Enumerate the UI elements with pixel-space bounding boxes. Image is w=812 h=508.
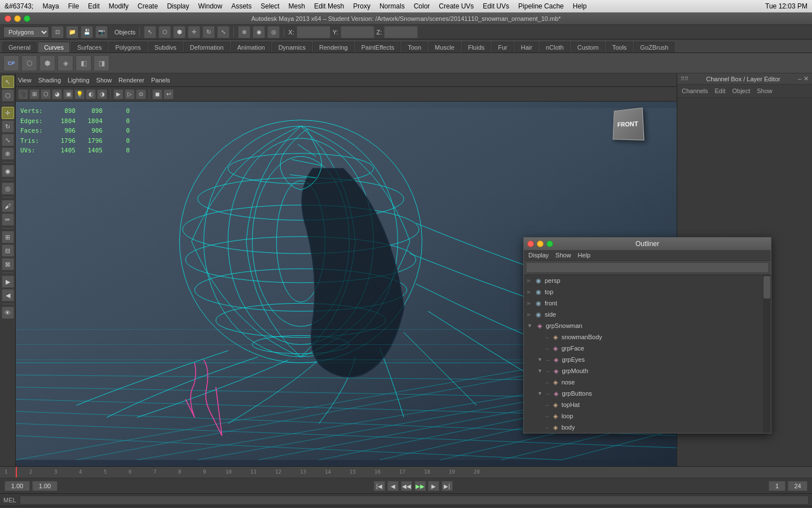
- menu-display[interactable]: Display: [167, 2, 189, 10]
- vp-icon-textured[interactable]: ▣: [63, 89, 73, 99]
- menu-create-uvs[interactable]: Create UVs: [439, 2, 474, 10]
- tb-select[interactable]: ↖: [144, 26, 156, 38]
- chan-tab-channels[interactable]: Channels: [681, 87, 709, 95]
- shelf-tab-muscle[interactable]: Muscle: [429, 42, 461, 52]
- vp-icon-ssr[interactable]: ▷: [125, 89, 135, 99]
- chan-tab-show[interactable]: Show: [756, 87, 774, 95]
- tool-universal[interactable]: ⊕: [2, 147, 14, 160]
- outliner-item-grpButtons[interactable]: ▼ — ◈ grpButtons: [524, 388, 771, 399]
- outliner-close-btn[interactable]: [527, 240, 534, 247]
- menu-assets[interactable]: Assets: [231, 2, 251, 10]
- x-field[interactable]: [297, 26, 330, 38]
- vp-icon-render[interactable]: ▶: [113, 89, 123, 99]
- shelf-tab-animation[interactable]: Animation: [231, 42, 271, 52]
- vp-icon-isolate[interactable]: ◼: [152, 89, 162, 99]
- shelf-tab-rendering[interactable]: Rendering: [313, 42, 354, 52]
- collapse-icon[interactable]: ▶: [527, 312, 531, 317]
- tool-grid[interactable]: ⊞: [2, 231, 14, 243]
- shelf-icon-1[interactable]: ⬡: [21, 55, 37, 71]
- outliner-item-body[interactable]: — ◈ body: [524, 422, 771, 433]
- vp-icon-camera[interactable]: 🎥: [18, 89, 28, 99]
- tool-lattice[interactable]: ⊟: [2, 244, 14, 257]
- current-frame-field[interactable]: [769, 481, 785, 491]
- menu-window[interactable]: Window: [198, 2, 223, 10]
- tool-sculpt[interactable]: 🖌: [2, 200, 14, 212]
- shelf-tab-polygons[interactable]: Polygons: [109, 42, 147, 52]
- outliner-scrollbar[interactable]: [763, 275, 771, 433]
- shelf-tab-gozbrush[interactable]: GoZBrush: [634, 42, 674, 52]
- start-time-field[interactable]: [5, 481, 30, 491]
- vp-icon-shaded[interactable]: ◕: [52, 89, 62, 99]
- outliner-menu-help[interactable]: Help: [578, 252, 591, 259]
- tool-move[interactable]: ✛: [2, 107, 14, 119]
- step-back-btn[interactable]: ◀: [387, 481, 399, 491]
- shelf-tab-deformation[interactable]: Deformation: [184, 42, 230, 52]
- menu-create[interactable]: Create: [138, 2, 158, 10]
- shelf-tab-fur[interactable]: Fur: [492, 42, 514, 52]
- tb-lasso[interactable]: ⬡: [158, 26, 171, 38]
- shelf-tab-curves[interactable]: Curves: [38, 42, 70, 52]
- apple-menu[interactable]: &#63743;: [5, 2, 33, 10]
- expand-icon[interactable]: ▼: [537, 368, 542, 374]
- tool-show-hide[interactable]: 👁: [2, 306, 14, 319]
- tb-snap[interactable]: ⊕: [238, 26, 250, 38]
- vp-icon-hud[interactable]: ⊙: [136, 89, 146, 99]
- mode-select[interactable]: Polygons Surfaces Dynamics Rendering: [3, 27, 49, 38]
- jump-end-btn[interactable]: ▶|: [442, 481, 453, 491]
- menu-normals[interactable]: Normals: [379, 2, 405, 10]
- vp-menu-renderer[interactable]: Renderer: [118, 77, 144, 84]
- outliner-item-grpMouth[interactable]: ▼ — ◈ grpMouth: [524, 365, 771, 376]
- step-fwd-btn[interactable]: ▶: [428, 481, 439, 491]
- channel-box-minimize[interactable]: –: [798, 75, 801, 82]
- snap-btn-4[interactable]: 📷: [95, 26, 108, 38]
- collapse-icon[interactable]: ▶: [527, 300, 531, 306]
- outliner-min-btn[interactable]: [537, 240, 544, 247]
- vp-menu-lighting[interactable]: Lighting: [68, 77, 90, 84]
- outliner-scrollbar-thumb[interactable]: [764, 276, 770, 299]
- vp-menu-show[interactable]: Show: [96, 77, 112, 84]
- shelf-tab-ncloth[interactable]: nCloth: [540, 42, 570, 52]
- chan-tab-object[interactable]: Object: [731, 87, 751, 95]
- tool-scale[interactable]: ⤡: [2, 134, 14, 146]
- shelf-icon-cp[interactable]: CP: [3, 55, 19, 71]
- tool-render[interactable]: ▶: [2, 275, 14, 288]
- outliner-item-top[interactable]: ▶ ◉ top: [524, 286, 771, 297]
- outliner-max-btn[interactable]: [546, 240, 553, 247]
- outliner-search-input[interactable]: [526, 262, 769, 273]
- shelf-tab-painteffects[interactable]: PaintEffects: [355, 42, 401, 52]
- menu-proxy[interactable]: Proxy: [353, 2, 370, 10]
- outliner-item-snowmanBody[interactable]: — ◈ snowmanBody: [524, 331, 771, 343]
- minimize-button[interactable]: [14, 15, 21, 22]
- vp-icon-shadows[interactable]: ◐: [86, 89, 96, 99]
- tool-show-manip[interactable]: ◎: [2, 182, 14, 195]
- vp-icon-grid[interactable]: ⊞: [29, 89, 39, 99]
- outliner-item-topHat[interactable]: — ◈ topHat: [524, 399, 771, 410]
- snap-btn-2[interactable]: 📁: [66, 26, 78, 38]
- channel-box-close[interactable]: ✕: [804, 75, 809, 82]
- vp-icon-ao[interactable]: ◑: [97, 89, 107, 99]
- play-btn[interactable]: ▶▶: [414, 481, 426, 491]
- shelf-icon-3[interactable]: ◈: [58, 55, 73, 71]
- mel-input[interactable]: [20, 496, 809, 505]
- menu-modify[interactable]: Modify: [109, 2, 129, 10]
- outliner-item-grpSnowman[interactable]: ▼ ◈ grpSnowman: [524, 320, 771, 331]
- tb-rotate[interactable]: ↻: [202, 26, 215, 38]
- menu-color[interactable]: Color: [414, 2, 430, 10]
- outliner-menu-show[interactable]: Show: [555, 252, 571, 259]
- z-field[interactable]: [384, 26, 418, 38]
- front-view-cube[interactable]: FRONT: [613, 108, 645, 141]
- end-time-field[interactable]: [32, 481, 58, 491]
- tool-select[interactable]: ↖: [2, 76, 14, 88]
- shelf-tab-tools[interactable]: Tools: [606, 42, 633, 52]
- shelf-tab-subdivs[interactable]: Subdivs: [148, 42, 183, 52]
- menu-edit-uvs[interactable]: Edit UVs: [483, 2, 509, 10]
- outliner-item-side[interactable]: ▶ ◉ side: [524, 309, 771, 320]
- shelf-tab-toon[interactable]: Toon: [401, 42, 427, 52]
- shelf-tab-general[interactable]: General: [2, 42, 37, 52]
- tb-snap3[interactable]: ◎: [267, 26, 280, 38]
- total-frames-field[interactable]: [788, 481, 807, 491]
- shelf-icon-5[interactable]: ◨: [94, 55, 109, 71]
- outliner-menu-display[interactable]: Display: [528, 252, 549, 259]
- timeline-ruler[interactable]: 1 2 3 4 5 6 7 8 9 10 11 12 13 14 15 16 1…: [0, 467, 812, 478]
- expand-icon[interactable]: ▼: [537, 391, 542, 396]
